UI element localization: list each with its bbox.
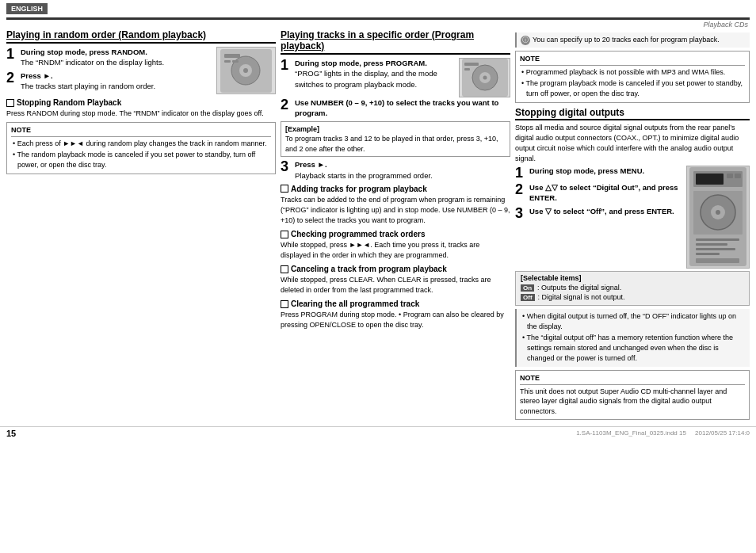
left-note-bullet-1: • Each press of ►►◄ during random play c… (11, 139, 271, 149)
right-info-top-icon: ⓘ (521, 36, 530, 45)
playback-cds-bar: Playback CDs (0, 20, 756, 29)
right-step3-heading: Use ▽ to select “Off”, and press ENTER. (529, 207, 674, 215)
middle-step2-content: Use NUMBER (0 – 9, +10) to select the tr… (295, 97, 510, 119)
svg-rect-16 (727, 174, 733, 178)
selectable-items: [Selectable items] On : Outputs the digi… (515, 271, 750, 306)
selectable-off-text: : Digital signal is not output. (538, 293, 625, 301)
middle-step3-heading: Press ►. (295, 160, 327, 169)
svg-point-10 (483, 76, 487, 80)
page-header: ENGLISH (0, 0, 756, 17)
middle-step3-body: Playback starts in the programmed order. (295, 171, 433, 180)
svg-rect-11 (464, 63, 479, 66)
middle-step3-content: Press ►. Playback starts in the programm… (295, 159, 510, 181)
right-note-bottom-label: NOTE (520, 373, 745, 385)
middle-step1-heading: During stop mode, press PROGRAM. (295, 59, 427, 67)
right-step3-number: 3 (515, 206, 526, 220)
middle-column: Playing tracks in a specific order (Prog… (281, 29, 510, 423)
svg-point-21 (716, 210, 720, 215)
middle-device-image (459, 58, 510, 97)
checkbox-icon-4 (281, 265, 288, 273)
main-content: Playing in random order (Random playback… (0, 29, 756, 423)
checking-body: While stopped, press ►►◄. Each time you … (281, 240, 510, 261)
right-note-bullet-1: • Programmed playback is not possible wi… (520, 67, 745, 78)
right-steps-row: 1 During stop mode, press MENU. 2 Use △▽… (515, 166, 750, 269)
checkbox-icon (6, 99, 14, 107)
right-step2-heading: Use △▽ to select “Digital Out”, and pres… (529, 183, 678, 202)
right-info-top: ⓘYou can specify up to 20 tracks each fo… (515, 32, 750, 48)
example-label: [Example] (285, 124, 506, 135)
left-section-title: Playing in random order (Random playback… (6, 29, 276, 44)
left-step2-number: 2 (6, 71, 17, 92)
left-step2-content: Press ►. The tracks start playing in ran… (21, 71, 212, 92)
left-step2-body: The tracks start playing in random order… (21, 82, 155, 90)
left-step1: 1 During stop mode, press RANDOM. The “R… (6, 47, 212, 68)
right-note-bottom-text: This unit does not output Super Audio CD… (520, 387, 745, 417)
middle-step2-number: 2 (281, 97, 292, 119)
left-step2-heading: Press ►. (21, 71, 53, 80)
svg-rect-17 (735, 174, 741, 178)
middle-step1-body: “PROG” lights in the display, and the mo… (295, 69, 437, 88)
svg-rect-23 (696, 243, 727, 246)
selectable-label: [Selectable items] (521, 274, 744, 282)
left-step1-number: 1 (6, 47, 17, 68)
right-column: ⓘYou can specify up to 20 tracks each fo… (515, 29, 750, 423)
svg-rect-24 (696, 248, 735, 250)
selectable-off-key: Off (521, 294, 535, 301)
svg-rect-4 (224, 54, 240, 58)
clearing-body: Press PROGRAM during stop mode. • Progra… (281, 310, 510, 330)
svg-rect-12 (464, 68, 470, 71)
page-footer: 15 1.SA-1103M_ENG_Final_0325.indd 15 201… (0, 426, 756, 440)
left-column: Playing in random order (Random playback… (6, 29, 276, 423)
svg-rect-6 (232, 60, 239, 63)
right-info-bottom-bullet-2: • The “digital output off” has a memory … (521, 333, 746, 364)
stopping-digital-body: Stops all media and source digital signa… (515, 123, 750, 164)
example-body: To program tracks 3 and 12 to be played … (285, 134, 506, 154)
page-wrapper: ENGLISH Playback CDs Playing in random o… (0, 0, 756, 440)
middle-step1: 1 During stop mode, press PROGRAM. “PROG… (281, 58, 455, 90)
footer-file: 1.SA-1103M_ENG_Final_0325.indd 15 2012/0… (576, 429, 750, 437)
middle-step1-number: 1 (281, 58, 292, 90)
right-device-image (686, 166, 750, 269)
right-step1: 1 During stop mode, press MENU. (515, 166, 682, 180)
svg-rect-5 (224, 60, 231, 63)
svg-rect-26 (696, 258, 739, 263)
selectable-on-row: On : Outputs the digital signal. (521, 284, 744, 292)
middle-step1-row: 1 During stop mode, press PROGRAM. “PROG… (281, 58, 510, 97)
middle-step3-number: 3 (281, 159, 292, 181)
middle-step2-heading: Use NUMBER (0 – 9, +10) to select the tr… (295, 98, 498, 117)
checkbox-icon-3 (281, 231, 288, 238)
left-step1-content: During stop mode, press RANDOM. The “RND… (21, 47, 212, 68)
selectable-on-key: On (521, 284, 534, 292)
footer-date-info: 2012/05/25 17:14:0 (695, 429, 750, 437)
middle-step3: 3 Press ►. Playback starts in the progra… (281, 159, 510, 181)
example-box: [Example] To program tracks 3 and 12 to … (281, 121, 510, 158)
language-badge: ENGLISH (6, 3, 48, 14)
left-step1-body: The “RNDM” indicator on the display ligh… (21, 58, 164, 67)
checking-title: Checking programmed track orders (281, 230, 510, 238)
right-note-bullet-1-val: Programmed playback is not possible with… (526, 68, 726, 76)
right-step2: 2 Use △▽ to select “Digital Out”, and pr… (515, 182, 682, 204)
left-step1-heading: During stop mode, press RANDOM. (21, 48, 147, 56)
left-step1-row: 1 During stop mode, press RANDOM. The “R… (6, 47, 276, 94)
right-step3-content: Use ▽ to select “Off”, and press ENTER. (529, 206, 682, 220)
right-note-box: NOTE • Programmed playback is not possib… (515, 51, 750, 103)
left-note-bullet-2-val: The random playback mode is canceled if … (17, 151, 256, 169)
playback-cds-label: Playback CDs (703, 21, 748, 29)
right-info-top-text: You can specify up to 20 tracks each for… (533, 36, 720, 44)
left-note-bullet-2: • The random playback mode is canceled i… (11, 150, 271, 170)
right-info-bottom-bullet-1: • When digital output is turned off, the… (521, 311, 746, 332)
canceling-body: While stopped, press CLEAR. When CLEAR i… (281, 275, 510, 296)
left-device-image (216, 47, 276, 94)
right-note-bottom: NOTE This unit does not output Super Aud… (515, 370, 750, 419)
right-step2-number: 2 (515, 182, 526, 204)
right-step1-heading: During stop mode, press MENU. (529, 166, 644, 175)
canceling-title: Canceling a track from program playback (281, 265, 510, 273)
left-step2: 2 Press ►. The tracks start playing in r… (6, 71, 212, 92)
svg-rect-25 (696, 253, 720, 255)
adding-body: Tracks can be added to the end of progra… (281, 195, 510, 226)
selectable-on-text: : Outputs the digital signal. (537, 284, 621, 292)
right-note-bullet-2: • The program playback mode is canceled … (520, 78, 745, 99)
svg-rect-15 (696, 174, 724, 185)
middle-section-title: Playing tracks in a specific order (Prog… (281, 29, 510, 55)
svg-point-3 (243, 68, 248, 73)
